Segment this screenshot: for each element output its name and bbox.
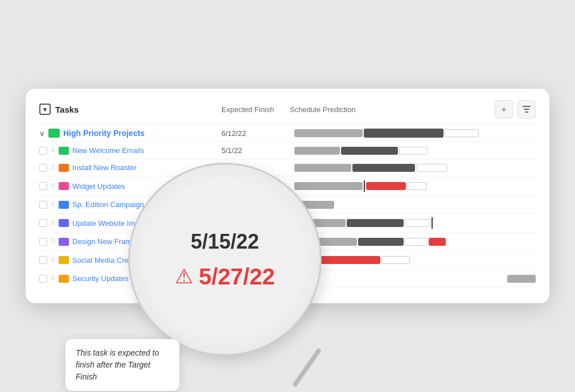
drag-handle[interactable]: ⠿ [51, 220, 55, 227]
svg-rect-0 [523, 106, 531, 107]
main-card: ▼ Tasks Expected Finish Schedule Predict… [26, 89, 549, 303]
gantt-bar-new-welcome [290, 147, 536, 155]
task-checkbox[interactable] [39, 147, 47, 155]
task-checkbox[interactable] [39, 275, 47, 283]
task-name-sp-edition[interactable]: Sp. Edition Campaign [72, 200, 144, 209]
task-name-security-updates[interactable]: Security Updates [72, 274, 129, 283]
filter-button[interactable] [518, 100, 536, 118]
task-name-new-welcome[interactable]: New Welcome Emails [72, 146, 144, 155]
task-checkbox[interactable] [39, 219, 47, 227]
task-checkbox[interactable] [39, 238, 47, 246]
filter-icon [523, 106, 531, 113]
drag-handle[interactable]: ⠿ [51, 183, 55, 190]
magnifier-content: 5/15/22 ⚠ 5/27/22 [163, 218, 286, 301]
magnifier-date-1: 5/15/22 [191, 230, 259, 254]
tasks-dropdown-icon[interactable]: ▼ [39, 104, 51, 115]
magnifier-warn-icon: ⚠ [175, 265, 193, 288]
folder-icon-update-website [59, 219, 69, 227]
folder-icon-high-priority [48, 129, 60, 138]
task-checkbox[interactable] [39, 164, 47, 172]
drag-handle[interactable]: ⠿ [51, 147, 55, 154]
gantt-bar-install-roaster [290, 164, 536, 172]
magnifier-overlay: 5/15/22 ⚠ 5/27/22 [128, 163, 322, 356]
task-expected-new-welcome: 5/1/22 [221, 146, 290, 155]
header-actions: + [495, 100, 536, 118]
task-checkbox[interactable] [39, 182, 47, 190]
gantt-bar-security-updates [290, 275, 536, 283]
folder-icon-sp-edition [59, 201, 69, 209]
drag-handle[interactable]: ⠿ [51, 201, 55, 208]
gantt-bar-design-framework [290, 238, 536, 246]
gantt-bar-sp-edition [290, 201, 536, 209]
schedule-prediction-header: Schedule Prediction [290, 105, 495, 114]
task-expected-high-priority: 6/12/22 [221, 129, 290, 138]
table-row: ⠿ New Welcome Emails 5/1/22 [39, 142, 536, 159]
table-row: ∨ High Priority Projects 6/12/22 [39, 125, 536, 142]
drag-handle[interactable]: ⠿ [51, 164, 55, 171]
task-left-parent: ∨ High Priority Projects [39, 129, 221, 138]
drag-handle[interactable]: ⠿ [51, 257, 55, 264]
magnifier-warn-row: ⚠ 5/27/22 [175, 264, 274, 290]
task-name-install-roaster[interactable]: Install New Roaster [72, 163, 137, 172]
task-checkbox[interactable] [39, 256, 47, 264]
expand-icon[interactable]: ∨ [39, 129, 45, 138]
table-row: ⠿ Install New Roaster 5/15/22 [39, 159, 536, 176]
tooltip-text: This task is expected to finish after th… [76, 348, 159, 381]
task-name-high-priority[interactable]: High Priority Projects [63, 129, 145, 138]
task-checkbox[interactable] [39, 201, 47, 209]
expected-finish-header: Expected Finish [221, 105, 290, 114]
gantt-bar-update-website [290, 217, 536, 229]
tasks-label: Tasks [55, 105, 79, 114]
gantt-bar-high-priority [290, 129, 536, 138]
folder-icon-security-updates [59, 275, 69, 283]
folder-icon-new-welcome [59, 147, 69, 155]
magnifier-handle [292, 348, 322, 387]
task-left-new-welcome: ⠿ New Welcome Emails [39, 146, 221, 155]
tooltip-box: This task is expected to finish after th… [65, 339, 179, 391]
magnifier-date-2: 5/27/22 [199, 264, 274, 290]
folder-icon-install-roaster [59, 164, 69, 172]
table-header: ▼ Tasks Expected Finish Schedule Predict… [39, 100, 536, 125]
svg-rect-1 [524, 109, 529, 110]
gantt-bar-widget-updates [290, 180, 536, 192]
drag-handle[interactable]: ⠿ [51, 275, 55, 282]
tasks-column-header: ▼ Tasks [39, 104, 221, 115]
folder-icon-design-framework [59, 238, 69, 246]
svg-rect-2 [525, 112, 528, 113]
task-name-widget-updates[interactable]: Widget Updates [72, 182, 125, 191]
add-button[interactable]: + [495, 100, 513, 118]
gantt-bar-social-media [290, 254, 536, 266]
folder-icon-widget-updates [59, 182, 69, 190]
drag-handle[interactable]: ⠿ [51, 238, 55, 245]
folder-icon-social-media [59, 256, 69, 264]
